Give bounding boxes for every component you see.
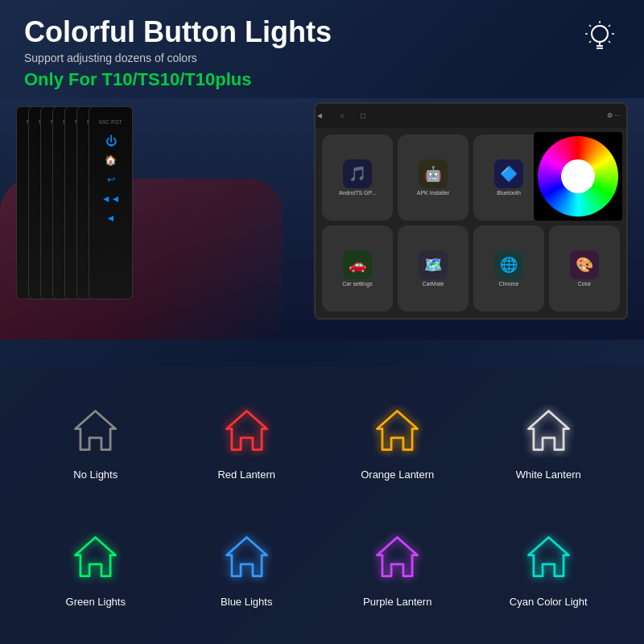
house-icon-white-lantern (520, 402, 576, 459)
app-androits[interactable]: 🎵 AndroiTS GP... (322, 134, 393, 221)
page-subtitle: Support adjusting dozens of colors (24, 52, 620, 64)
color-wheel-overlay[interactable] (534, 132, 622, 221)
light-label-orange-lantern: Orange Lantern (361, 469, 434, 481)
app-car-settings[interactable]: 🚗 Car settings (322, 225, 393, 312)
light-label-green-lights: Green Lights (66, 596, 126, 608)
bottom-section: No LightsRed LanternOrange LanternWhite … (0, 366, 644, 644)
device-area: MIC RST ⏻ 🏠 ↩ ◄◄ ◄ MIC RST ⏻ 🏠 ↩ ◄◄ ◄ MI… (0, 98, 644, 340)
light-item-orange-lantern[interactable]: Orange Lantern (326, 382, 469, 502)
screen-panel-7: MIC RST ⏻ 🏠 ↩ ◄◄ ◄ (89, 106, 133, 299)
lights-grid: No LightsRed LanternOrange LanternWhite … (24, 382, 620, 628)
light-item-no-lights[interactable]: No Lights (24, 382, 167, 502)
light-item-red-lantern[interactable]: Red Lantern (175, 382, 319, 502)
screen-nav-bar: ◄ ○ □ ⚙ ··· (316, 104, 626, 128)
bulb-icon (580, 16, 620, 56)
light-item-blue-lights[interactable]: Blue Lights (175, 510, 319, 629)
light-label-red-lantern: Red Lantern (217, 469, 275, 481)
light-label-no-lights: No Lights (73, 469, 118, 481)
svg-line-9 (609, 41, 610, 43)
color-wheel (538, 136, 618, 217)
house-icon-no-lights (68, 402, 124, 459)
color-wheel-center (561, 159, 595, 193)
app-color[interactable]: 🎨 Color (549, 225, 620, 312)
light-item-white-lantern[interactable]: White Lantern (477, 382, 621, 502)
house-icon-orange-lantern (369, 402, 426, 459)
house-icon-cyan-color-light (520, 530, 576, 586)
nav-extra-icon: ⚙ ··· (607, 112, 620, 119)
light-item-green-lights[interactable]: Green Lights (24, 510, 167, 629)
svg-line-5 (609, 25, 610, 27)
light-item-cyan-color-light[interactable]: Cyan Color Light (477, 510, 621, 629)
stacked-screens: MIC RST ⏻ 🏠 ↩ ◄◄ ◄ MIC RST ⏻ 🏠 ↩ ◄◄ ◄ MI… (16, 106, 101, 299)
house-icon-purple-lantern (369, 530, 426, 586)
nav-recent-icon: □ (361, 111, 365, 120)
house-icon-red-lantern (218, 402, 275, 459)
app-apk[interactable]: 🤖 APK Installer (398, 134, 469, 221)
nav-back-icon: ◄ (316, 111, 324, 120)
light-item-purple-lantern[interactable]: Purple Lantern (326, 510, 469, 629)
svg-line-10 (589, 41, 591, 43)
app-carmate[interactable]: 🗺️ CarMate (398, 225, 469, 312)
app-chrome[interactable]: 🌐 Chrome (473, 225, 544, 312)
main-screen: ◄ ○ □ ⚙ ··· 🎵 AndroiTS GP... 🤖 APK Insta… (314, 102, 628, 320)
header: Colorful Button Lights Support adjusting… (0, 0, 644, 98)
svg-point-0 (592, 26, 608, 42)
page-title: Colorful Button Lights (24, 16, 620, 48)
light-label-cyan-color-light: Cyan Color Light (510, 596, 588, 608)
house-icon-green-lights (68, 530, 124, 586)
svg-line-7 (589, 25, 591, 27)
light-label-purple-lantern: Purple Lantern (363, 596, 431, 608)
light-label-blue-lights: Blue Lights (221, 596, 272, 608)
house-icon-blue-lights (218, 530, 275, 586)
model-label: Only For T10/TS10/T10plus (24, 69, 620, 90)
light-label-white-lantern: White Lantern (516, 469, 581, 481)
nav-home-icon: ○ (340, 111, 345, 120)
app-grid: 🎵 AndroiTS GP... 🤖 APK Installer 🔷 Bluet… (316, 128, 626, 318)
